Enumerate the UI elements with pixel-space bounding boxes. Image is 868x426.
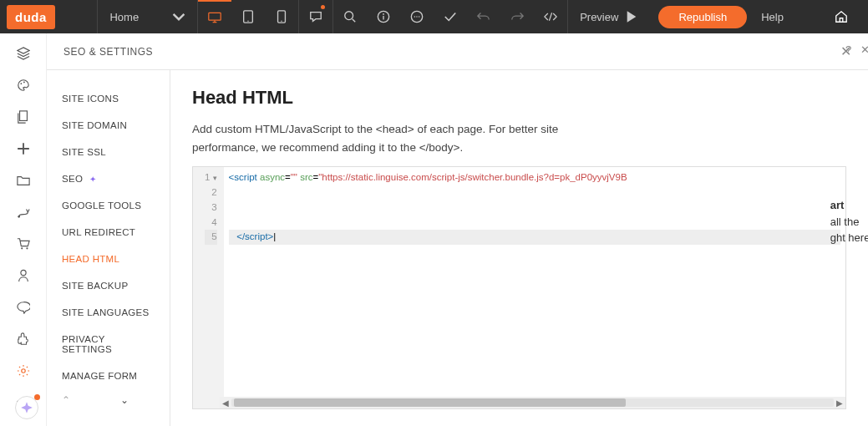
republish-label: Republish	[678, 11, 727, 23]
editor-code[interactable]: <script async="" src="https://static.lin…	[224, 167, 845, 408]
cart-icon	[17, 237, 30, 251]
panel-title: SEO & SETTINGS	[63, 46, 153, 58]
sidemenu-site-backup[interactable]: SITE BACKUP	[47, 272, 170, 299]
sidemenu-seo[interactable]: SEO✦	[47, 165, 170, 192]
sidemenu-privacy[interactable]: PRIVACY SETTINGS	[47, 326, 170, 363]
preview-button[interactable]: Preview	[568, 0, 650, 33]
code-editor[interactable]: 1 ▾ 2 3 4 5 <script async="" src="https:…	[192, 166, 846, 409]
tablet-icon	[241, 10, 255, 23]
settings-button[interactable]	[15, 363, 32, 379]
redo-button[interactable]	[500, 0, 534, 33]
pages-icon	[17, 110, 30, 124]
scroll-thumb[interactable]	[234, 398, 626, 407]
sidemenu-google-tools[interactable]: GOOGLE TOOLS	[47, 192, 170, 219]
topbar: duda Home	[0, 0, 868, 33]
svg-point-18	[20, 270, 25, 275]
comments-button[interactable]	[299, 0, 332, 33]
add-button[interactable]	[15, 140, 32, 157]
svg-point-4	[281, 21, 282, 22]
theme-button[interactable]	[15, 77, 32, 94]
home-icon	[835, 10, 848, 23]
chat-button[interactable]	[400, 0, 434, 33]
sidemenu-manage-form[interactable]: MANAGE FORM	[47, 363, 170, 389]
speech-icon	[17, 301, 30, 314]
svg-point-10	[416, 16, 417, 17]
redo-icon	[510, 10, 524, 23]
editor-gutter: 1 ▾ 2 3 4 5	[193, 167, 224, 408]
check-button[interactable]	[434, 0, 467, 33]
scroll-left-button[interactable]: ◀	[220, 398, 231, 408]
sidemenu-site-icons[interactable]: SITE ICONS	[47, 85, 170, 112]
sidemenu-site-domain[interactable]: SITE DOMAIN	[47, 112, 170, 139]
chevron-down-icon	[172, 10, 185, 23]
plus-icon	[17, 142, 30, 155]
svg-point-7	[383, 13, 384, 15]
sidemenu-nav: ⌃ ⌄	[47, 389, 170, 411]
left-iconbar	[0, 33, 47, 426]
sidemenu-url-redirect[interactable]: URL REDIRECT	[47, 219, 170, 246]
content-heading: Head HTML	[192, 87, 846, 109]
svg-point-16	[21, 247, 23, 249]
svg-point-13	[23, 82, 25, 84]
membership-button[interactable]	[15, 267, 32, 284]
content-area: Head HTML Add custom HTML/JavaScript to …	[170, 70, 868, 426]
editor-h-scrollbar[interactable]: ◀ ▶	[220, 397, 845, 408]
check-icon	[444, 10, 457, 23]
folder-button[interactable]	[15, 172, 32, 189]
page-selector-label: Home	[109, 11, 139, 23]
chat-icon	[410, 10, 424, 23]
sidemenu-site-ssl[interactable]: SITE SSL	[47, 139, 170, 165]
search-button[interactable]	[333, 0, 367, 33]
svg-point-17	[26, 247, 28, 249]
settings-panel: SEO & SETTINGS ✕ SITE ICONS SITE DOMAIN …	[47, 33, 868, 426]
pages-button[interactable]	[15, 109, 32, 125]
mobile-icon	[275, 10, 288, 23]
svg-point-12	[20, 83, 22, 84]
gear-icon	[17, 364, 30, 378]
undo-button[interactable]	[467, 0, 500, 33]
code-icon	[544, 10, 557, 23]
svg-point-2	[247, 21, 248, 22]
scroll-track[interactable]	[231, 398, 834, 407]
home-button[interactable]	[825, 0, 858, 33]
sparkle-icon: ✦	[89, 175, 96, 184]
notification-dot	[321, 5, 325, 9]
nav-down-button[interactable]: ⌄	[120, 394, 129, 406]
svg-point-15	[18, 216, 20, 218]
device-desktop-button[interactable]	[198, 0, 231, 33]
svg-point-9	[414, 16, 415, 17]
help-button[interactable]: Help	[755, 0, 815, 33]
devmode-button[interactable]	[534, 0, 567, 33]
device-tablet-button[interactable]	[231, 0, 265, 33]
page-selector[interactable]: Home	[98, 0, 197, 33]
device-mobile-button[interactable]	[265, 0, 298, 33]
play-icon	[625, 10, 638, 23]
ai-fab-button[interactable]	[15, 396, 38, 419]
sidemenu-site-languages[interactable]: SITE LANGUAGES	[47, 299, 170, 326]
apps-button[interactable]	[15, 331, 32, 347]
sidemenu-head-html[interactable]: HEAD HTML	[47, 246, 170, 272]
scroll-right-button[interactable]: ▶	[834, 398, 845, 408]
bg-hint: ? ✕	[845, 43, 868, 56]
ecommerce-button[interactable]	[15, 236, 32, 252]
info-button[interactable]	[367, 0, 400, 33]
undo-icon	[477, 10, 490, 23]
layers-button[interactable]	[15, 45, 32, 62]
fold-icon[interactable]: ▾	[213, 174, 217, 182]
main: SEO & SETTINGS ✕ SITE ICONS SITE DOMAIN …	[0, 33, 868, 426]
sparkle-icon	[20, 401, 33, 414]
republish-button[interactable]: Republish	[658, 6, 747, 28]
logo: duda	[7, 5, 55, 29]
svg-point-5	[345, 12, 353, 20]
settings-sidemenu: SITE ICONS SITE DOMAIN SITE SSL SEO✦ GOO…	[47, 70, 170, 426]
folder-icon	[17, 174, 30, 187]
svg-point-19	[21, 369, 24, 373]
nav-up-button[interactable]: ⌃	[62, 394, 70, 406]
blog-button[interactable]	[15, 299, 32, 316]
search-icon	[343, 10, 357, 23]
content-description: Add custom HTML/JavaScript to the <head>…	[192, 120, 627, 156]
puzzle-icon	[17, 332, 30, 346]
personalize-button[interactable]	[15, 204, 32, 221]
route-icon	[17, 205, 30, 219]
svg-rect-14	[19, 111, 27, 121]
